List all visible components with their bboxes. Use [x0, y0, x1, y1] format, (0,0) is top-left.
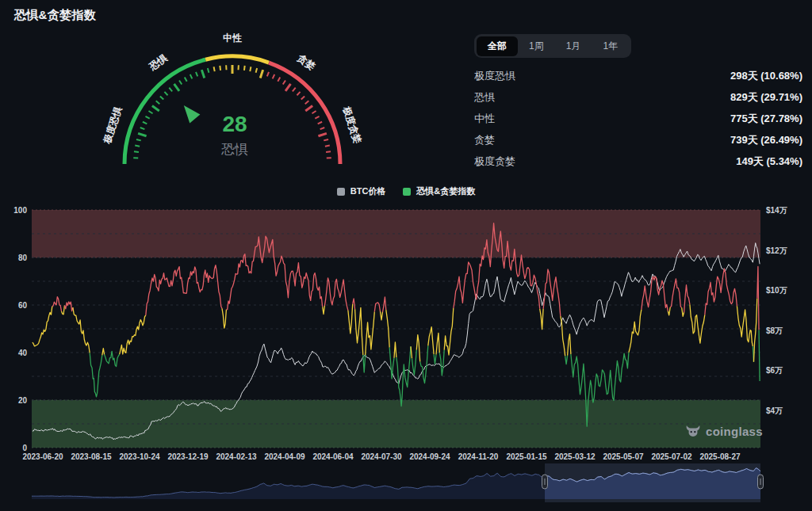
fear-greed-line	[120, 315, 146, 354]
gauge-tick	[297, 92, 300, 95]
y-right-tick: $10万	[766, 286, 787, 295]
gauge-scale-label: 恐惧	[147, 52, 169, 73]
fear-greed-line	[759, 330, 760, 382]
gauge-scale-label: 极度恐惧	[102, 105, 124, 146]
threshold-band	[32, 400, 760, 448]
x-axis-tick: 2025-05-07	[603, 452, 644, 461]
gauge-tick	[267, 72, 269, 77]
stat-label: 极度贪婪	[474, 154, 515, 169]
gauge-tick	[185, 77, 187, 81]
fear-greed-line	[90, 353, 102, 397]
fear-greed-line	[324, 278, 348, 311]
gauge-tick	[143, 122, 147, 124]
coinglass-ox-icon	[685, 423, 701, 439]
tab-1w[interactable]: 1周	[518, 36, 555, 56]
stat-label: 恐惧	[474, 90, 495, 105]
gauge-tick	[256, 68, 257, 73]
gauge-tick	[285, 84, 290, 91]
y-right-tick: $4万	[766, 406, 783, 415]
gauge-tick	[250, 67, 251, 71]
fear-greed-line	[568, 334, 571, 356]
navigator-svg[interactable]	[0, 463, 812, 504]
stat-label: 极度恐惧	[474, 69, 515, 83]
fear-greed-line	[105, 351, 120, 366]
gauge-tick	[214, 67, 215, 71]
fear-greed-line	[146, 265, 222, 315]
fear-greed-line	[353, 299, 355, 309]
watermark-label: coinglass	[706, 425, 763, 438]
fear-greed-line	[102, 349, 105, 356]
gauge-tick	[201, 70, 204, 78]
gauge-tick	[160, 96, 163, 99]
x-axis-tick: 2025-01-15	[506, 452, 547, 461]
gauge-tick	[293, 88, 296, 92]
stat-label: 中性	[474, 112, 495, 126]
gauge-tick	[138, 133, 146, 135]
fear-greed-line	[436, 333, 439, 354]
chart-legend: BTC价格 恐惧&贪婪指数	[0, 185, 812, 197]
legend-item-btc[interactable]: BTC价格	[337, 185, 386, 197]
gauge-tick	[325, 146, 330, 147]
y-right-tick: $6万	[766, 366, 783, 375]
x-axis-tick: 2025-03-12	[554, 452, 596, 461]
gauge-tick	[169, 88, 172, 92]
x-axis-tick: 2024-09-24	[409, 452, 450, 461]
stat-row-fear: 恐惧 829天 (29.71%)	[474, 86, 802, 108]
x-axis-tick: 2025-08-27	[699, 452, 741, 461]
tab-all[interactable]: 全部	[477, 36, 518, 56]
fear-greed-line	[396, 346, 411, 406]
fear-greed-line	[670, 279, 682, 307]
fear-greed-line	[684, 285, 690, 313]
gauge-tick	[140, 128, 145, 129]
gauge-tick	[260, 70, 262, 78]
fear-greed-line	[411, 346, 412, 358]
stat-label: 贪婪	[474, 133, 495, 147]
gauge-tick	[148, 111, 152, 113]
fear-greed-line	[737, 306, 753, 346]
fear-greed-line	[381, 311, 383, 320]
gauge-tick	[318, 133, 326, 135]
fear-greed-line	[62, 306, 65, 315]
tab-1m[interactable]: 1月	[555, 36, 592, 56]
y-left-tick: 40	[18, 349, 28, 357]
x-axis-tick: 2024-06-04	[312, 452, 354, 461]
stat-value: 298天 (10.68%)	[730, 69, 802, 83]
fear-greed-line	[363, 355, 366, 372]
fear-greed-line	[355, 307, 363, 355]
fear-greed-line	[52, 297, 62, 311]
fear-greed-line	[374, 303, 380, 312]
gauge-value: 28	[222, 112, 247, 136]
gauge-needle	[184, 105, 201, 123]
gauge-tick	[164, 92, 167, 95]
legend-label: BTC价格	[350, 185, 386, 197]
stat-row-extreme-greed: 极度贪婪 149天 (5.34%)	[474, 151, 802, 172]
gauge-tick	[174, 84, 179, 91]
fear-greed-gauge: 极度恐惧恐惧中性贪婪极度贪婪28恐惧	[90, 30, 375, 177]
stat-value: 739天 (26.49%)	[730, 133, 802, 147]
gauge-tick	[220, 66, 220, 71]
fear-greed-line	[33, 307, 52, 346]
gauge-tick	[305, 101, 309, 104]
gauge-tick	[135, 146, 140, 147]
stat-row-neutral: 中性 775天 (27.78%)	[474, 108, 802, 129]
gauge-tick	[315, 116, 319, 119]
gauge-tick	[283, 80, 285, 84]
coinglass-watermark: coinglass	[685, 423, 763, 439]
y-left-tick: 60	[18, 301, 28, 310]
btc-swatch-icon	[337, 188, 345, 196]
gauge-tick	[156, 101, 160, 104]
x-axis-tick: 2023-08-15	[71, 452, 112, 461]
fear-greed-line	[439, 350, 444, 376]
fear-greed-line	[690, 304, 705, 343]
x-axis-tick: 2024-02-13	[216, 452, 257, 461]
tab-1y[interactable]: 1年	[592, 36, 629, 56]
fear-greed-line	[705, 269, 737, 315]
legend-item-fgi[interactable]: 恐惧&贪婪指数	[403, 185, 475, 197]
fear-greed-line	[73, 307, 90, 353]
fear-greed-page: 恐惧&贪婪指数 极度恐惧恐惧中性贪婪极度贪婪28恐惧 全部 1周 1月 1年 极…	[0, 0, 812, 511]
fear-greed-line	[629, 310, 642, 353]
fear-greed-line	[565, 356, 568, 364]
gauge-tick	[273, 74, 275, 78]
gauge-tick	[324, 139, 328, 140]
gauge-tick	[318, 122, 322, 124]
